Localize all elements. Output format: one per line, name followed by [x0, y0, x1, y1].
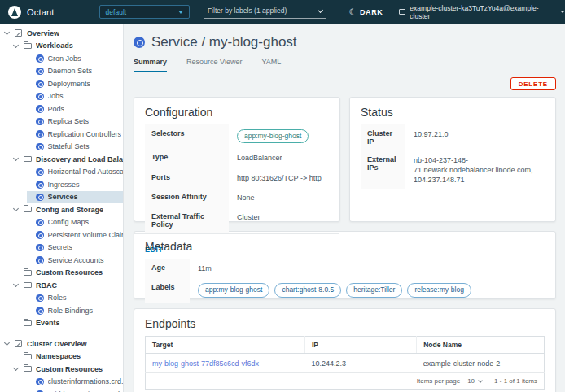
- sidebar-group-rbac[interactable]: RBAC: [0, 279, 123, 292]
- folder-icon: [24, 282, 32, 288]
- crd-icon: [36, 378, 44, 386]
- items-per-page-label: Items per page: [417, 377, 460, 385]
- sidebar-item-role-bindings[interactable]: Role Bindings: [27, 304, 123, 317]
- metadata-table: Age 11m Labels app:my-blog-ghostchart:gh…: [145, 259, 545, 303]
- chevron-down-icon[interactable]: [13, 42, 19, 48]
- theme-toggle-label: DARK: [360, 8, 383, 16]
- sidebar-group-discovery-and-load-balancing[interactable]: Discovery and Load Balancing: [0, 153, 123, 166]
- tab-resource-viewer[interactable]: Resource Viewer: [186, 58, 242, 72]
- services-icon: [36, 194, 44, 202]
- cluster-context-selector[interactable]: example-cluster-ka3TuTzYo4a@example-clus…: [399, 4, 565, 20]
- sidebar-group-namespaces[interactable]: Namespaces: [0, 351, 123, 364]
- label-pill[interactable]: chart:ghost-8.0.5: [274, 283, 341, 297]
- sidebar-group-events[interactable]: Events: [0, 317, 123, 330]
- config-maps-icon: [36, 219, 44, 227]
- role-bindings-icon: [36, 307, 44, 315]
- chevron-down-icon[interactable]: [4, 29, 10, 35]
- metadata-row-labels: Labels app:my-blog-ghostchart:ghost-8.0.…: [145, 278, 545, 302]
- app-name: Octant: [27, 7, 55, 17]
- sidebar-group-cluster-custom-resources[interactable]: Custom Resources: [0, 363, 123, 376]
- folder-icon: [24, 354, 32, 359]
- items-per-page-select[interactable]: 10: [466, 377, 484, 385]
- sidebar-item-config-maps[interactable]: Config Maps: [27, 216, 123, 229]
- configuration-card: Configuration Selectors app:my-blog-ghos…: [134, 97, 340, 222]
- sidebar-item-stateful-sets[interactable]: Stateful Sets: [27, 141, 123, 154]
- page-header: Service / my-blog-ghost: [134, 34, 556, 50]
- stateful-sets-icon: [36, 143, 44, 151]
- ingresses-icon: [36, 181, 44, 189]
- sidebar-item-overview[interactable]: Overview: [0, 27, 123, 40]
- chevron-down-icon[interactable]: [13, 206, 19, 211]
- namespace-dropdown-value: default: [106, 8, 127, 16]
- service-accounts-icon: [36, 256, 44, 264]
- tree-gap: [0, 329, 123, 338]
- endpoints-header-row: Target IP Node Name: [146, 337, 545, 354]
- tab-summary[interactable]: Summary: [134, 58, 167, 72]
- replication-controllers-icon: [36, 130, 44, 138]
- chevron-down-icon: [178, 11, 183, 14]
- status-row-cluster-ip: Cluster IP 10.97.21.0: [361, 124, 545, 150]
- endpoint-target-link[interactable]: my-blog-ghost-77df85c6cd-vf6dx: [152, 359, 259, 368]
- config-row-session-affinity: Session Affinity None: [145, 188, 329, 207]
- endpoint-ip: 10.244.2.3: [305, 354, 417, 373]
- folder-icon: [24, 156, 32, 162]
- folder-icon: [24, 43, 32, 49]
- chevron-down-icon[interactable]: [13, 365, 19, 371]
- sidebar-item-secrets[interactable]: Secrets: [27, 242, 123, 255]
- actions-row: DELETE: [134, 77, 556, 90]
- label-pill[interactable]: release:my-blog: [407, 283, 471, 297]
- endpoints-card-title: Endpoints: [134, 309, 555, 336]
- hpa-icon: [36, 168, 44, 176]
- sidebar-item-daemon-sets[interactable]: Daemon Sets: [27, 65, 123, 78]
- summary-cards-row: Configuration Selectors app:my-blog-ghos…: [134, 97, 556, 222]
- main-content: Service / my-blog-ghost Summary Resource…: [125, 24, 565, 392]
- pagination: Items per page 10 1 - 1 of 1 items: [152, 377, 537, 385]
- theme-toggle-button[interactable]: ☾ DARK: [348, 7, 383, 16]
- sidebar-item-roles[interactable]: Roles: [27, 292, 123, 305]
- chevron-down-icon[interactable]: [13, 281, 19, 287]
- deployments-icon: [36, 80, 44, 88]
- namespace-dropdown[interactable]: default: [99, 5, 190, 19]
- sidebar-item-clusterinformations[interactable]: clusterinformations.crd.projec: [27, 376, 123, 389]
- configuration-table: Selectors app:my-blog-ghost Type LoadBal…: [145, 124, 329, 233]
- sidebar-item-services[interactable]: Services: [27, 191, 123, 204]
- sidebar-group-custom-resources[interactable]: Custom Resources: [0, 267, 123, 280]
- sidebar-item-replication-controllers[interactable]: Replication Controllers: [27, 128, 123, 141]
- status-card-title: Status: [350, 98, 555, 124]
- status-row-external-ips: External IPs nb-104-237-148-71.newark.no…: [361, 150, 545, 189]
- cron-jobs-icon: [36, 54, 44, 63]
- folder-icon: [24, 207, 32, 212]
- endpoints-table-row: my-blog-ghost-77df85c6cd-vf6dx 10.244.2.…: [146, 354, 545, 373]
- sidebar-item-ingresses[interactable]: Ingresses: [27, 178, 123, 191]
- label-filter-input[interactable]: Filter by labels (1 applied): [204, 5, 326, 19]
- tab-yaml[interactable]: YAML: [261, 58, 281, 72]
- sidebar-item-deployments[interactable]: Deployments: [27, 77, 123, 90]
- sidebar-item-pods[interactable]: Pods: [27, 102, 123, 115]
- label-pill[interactable]: app:my-blog-ghost: [198, 283, 269, 297]
- sidebar-item-cluster-overview[interactable]: Cluster Overview: [0, 338, 123, 351]
- pagination-range: 1 - 1 of 1 items: [494, 377, 537, 385]
- sidebar-item-jobs[interactable]: Jobs: [27, 90, 123, 103]
- delete-button[interactable]: DELETE: [510, 77, 556, 90]
- status-card: Status Cluster IP 10.97.21.0 External IP…: [349, 97, 556, 222]
- metadata-card-title: Metadata: [134, 232, 555, 259]
- sidebar-group-workloads[interactable]: Workloads: [0, 40, 123, 53]
- moon-icon: ☾: [348, 7, 357, 16]
- replica-sets-icon: [36, 118, 44, 126]
- chevron-down-icon: [318, 7, 323, 12]
- sidebar-item-replica-sets[interactable]: Replica Sets: [27, 115, 123, 128]
- chevron-down-icon[interactable]: [4, 340, 10, 346]
- sidebar-group-config-and-storage[interactable]: Config and Storage: [0, 203, 123, 216]
- sidebar-item-cron-jobs[interactable]: Cron Jobs: [27, 52, 123, 65]
- tab-bar: Summary Resource Viewer YAML: [134, 58, 556, 72]
- sidebar-item-service-accounts[interactable]: Service Accounts: [27, 254, 123, 267]
- app-header: Octant default Filter by labels (1 appli…: [0, 0, 565, 24]
- jobs-icon: [36, 93, 44, 101]
- selector-pill[interactable]: app:my-blog-ghost: [237, 129, 309, 143]
- sidebar-item-horizontal-pod-autoscalers[interactable]: Horizontal Pod Autoscalers: [27, 166, 123, 179]
- label-pill[interactable]: heritage:Tiller: [346, 283, 402, 297]
- endpoint-node-name: example-cluster-node-2: [417, 354, 545, 373]
- chevron-down-icon[interactable]: [13, 155, 19, 161]
- sidebar-item-csidrivers[interactable]: csidrivers.csi.storage.k8s.io: [27, 388, 123, 392]
- sidebar-item-persistent-volume-claims[interactable]: Persistent Volume Claims: [27, 229, 123, 242]
